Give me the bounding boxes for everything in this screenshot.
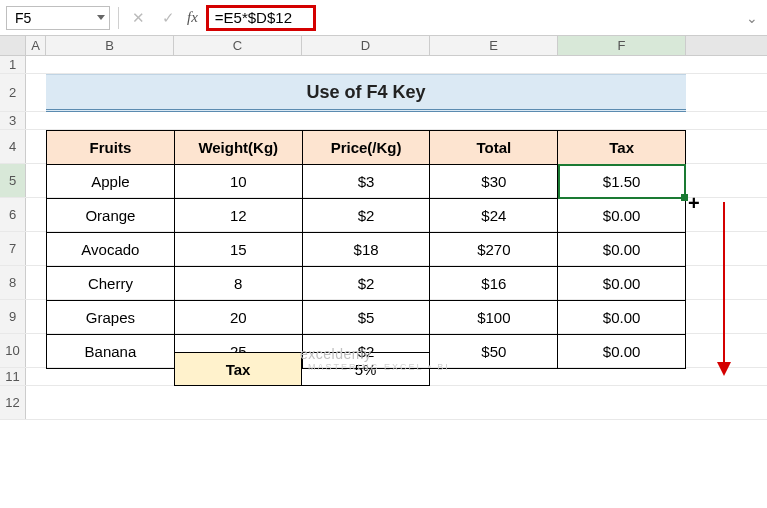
cell-total[interactable]: $270 [430,233,558,267]
row-header-11[interactable]: 11 [0,368,26,385]
row-header-12[interactable]: 12 [0,386,26,419]
rows-area: 1 2 3 4 5 6 7 8 9 10 11 12 Use of F4 Key… [0,56,767,420]
cell-total[interactable]: $24 [430,199,558,233]
col-header-A[interactable]: A [26,36,46,55]
cell-fruit[interactable]: Apple [47,165,175,199]
data-table: Fruits Weight(Kg) Price(/Kg) Total Tax A… [46,130,686,369]
cell-price[interactable]: $2 [302,267,430,301]
cell-price[interactable]: $5 [302,301,430,335]
cell-tax[interactable]: $0.00 [558,233,686,267]
row-header-2[interactable]: 2 [0,74,26,111]
cell-tax[interactable]: $1.50 [558,165,686,199]
table-row: Orange 12 $2 $24 $0.00 [47,199,686,233]
th-weight[interactable]: Weight(Kg) [174,131,302,165]
col-header-B[interactable]: B [46,36,174,55]
table-row: Apple 10 $3 $30 $1.50 [47,165,686,199]
formula-text: =E5*$D$12 [215,9,292,26]
table-row: Grapes 20 $5 $100 $0.00 [47,301,686,335]
cancel-icon[interactable]: ✕ [127,9,149,27]
row-header-8[interactable]: 8 [0,266,26,299]
row-header-9[interactable]: 9 [0,300,26,333]
cell-fruit[interactable]: Grapes [47,301,175,335]
table-row: Avocado 15 $18 $270 $0.00 [47,233,686,267]
name-box[interactable]: F5 [6,6,110,30]
cell-total[interactable]: $16 [430,267,558,301]
tax-value[interactable]: 5% [302,353,429,385]
accept-icon[interactable]: ✓ [157,9,179,27]
cell-tax[interactable]: $0.00 [558,199,686,233]
col-header-F[interactable]: F [558,36,686,55]
row-header-10[interactable]: 10 [0,334,26,367]
cell-fruit[interactable]: Orange [47,199,175,233]
drag-arrow-icon [723,202,725,374]
th-fruits[interactable]: Fruits [47,131,175,165]
expand-formula-icon[interactable]: ⌄ [743,10,761,26]
cell-weight[interactable]: 10 [174,165,302,199]
sheet-title[interactable]: Use of F4 Key [46,74,686,112]
cell-weight[interactable]: 12 [174,199,302,233]
column-headers: A B C D E F [0,36,767,56]
cell-price[interactable]: $2 [302,199,430,233]
tax-rate-box: Tax 5% [174,352,430,386]
tax-label[interactable]: Tax [175,353,302,385]
table-row: Cherry 8 $2 $16 $0.00 [47,267,686,301]
chevron-down-icon[interactable] [97,15,105,20]
cell-tax[interactable]: $0.00 [558,335,686,369]
cell-weight[interactable]: 15 [174,233,302,267]
sheet-area: A B C D E F 1 2 3 4 5 6 7 8 9 10 11 12 U… [0,36,767,420]
col-header-C[interactable]: C [174,36,302,55]
col-header-D[interactable]: D [302,36,430,55]
cell-fruit[interactable]: Avocado [47,233,175,267]
th-total[interactable]: Total [430,131,558,165]
row-header-7[interactable]: 7 [0,232,26,265]
formula-input[interactable]: =E5*$D$12 [206,5,316,31]
th-price[interactable]: Price(/Kg) [302,131,430,165]
cell-total[interactable]: $30 [430,165,558,199]
cell-fruit[interactable]: Cherry [47,267,175,301]
cell-tax[interactable]: $0.00 [558,267,686,301]
col-header-E[interactable]: E [430,36,558,55]
cell-total[interactable]: $50 [430,335,558,369]
cell-price[interactable]: $3 [302,165,430,199]
fill-cursor-icon: + [688,192,700,215]
row-header-1[interactable]: 1 [0,56,26,73]
row-header-5[interactable]: 5 [0,164,26,197]
cell-tax[interactable]: $0.00 [558,301,686,335]
row-header-3[interactable]: 3 [0,112,26,129]
fx-icon[interactable]: fx [187,9,198,26]
separator [118,7,119,29]
select-all-corner[interactable] [0,36,26,55]
th-tax[interactable]: Tax [558,131,686,165]
formula-bar: F5 ✕ ✓ fx =E5*$D$12 ⌄ [0,0,767,36]
cell-fruit[interactable]: Banana [47,335,175,369]
row-header-4[interactable]: 4 [0,130,26,163]
cell-price[interactable]: $18 [302,233,430,267]
cell-weight[interactable]: 8 [174,267,302,301]
row-header-6[interactable]: 6 [0,198,26,231]
table-header-row: Fruits Weight(Kg) Price(/Kg) Total Tax [47,131,686,165]
name-box-ref: F5 [15,10,31,26]
cell-weight[interactable]: 20 [174,301,302,335]
cell-total[interactable]: $100 [430,301,558,335]
